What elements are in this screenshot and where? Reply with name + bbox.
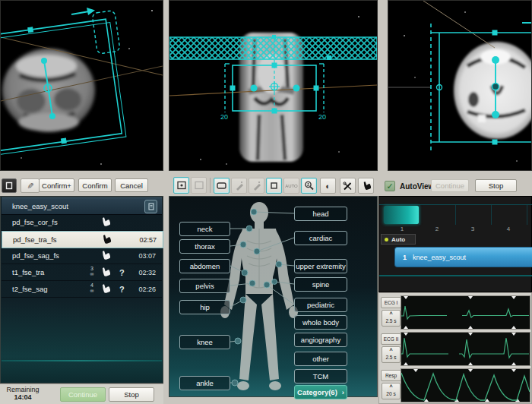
protocol-row[interactable]: pd_fse_sag_fs 03:07 [2, 248, 162, 264]
scan-view-axial-right[interactable] [388, 0, 532, 171]
slot-number: 3 [465, 226, 480, 232]
protocol-row[interactable]: t2_fse_sag 4 ∞ ? 02:26 [2, 281, 162, 298]
category-button[interactable]: Category(6) › [294, 385, 347, 399]
scan-timeline-panel: 1 2 3 4 Auto 1 knee_easy_scout [378, 196, 532, 292]
fov-rect-tool-button[interactable] [214, 178, 230, 194]
timeline-active-block[interactable] [384, 206, 419, 224]
stop-scan-button[interactable]: Stop [109, 387, 154, 402]
human-body-figure [215, 198, 337, 396]
tools-button[interactable] [340, 178, 356, 194]
cancel-button[interactable]: Cancel [115, 178, 148, 192]
fov-size-label-right: 20 [318, 113, 326, 121]
coronal-knee-image-overlay: 20 20 [169, 1, 377, 170]
ecg2-label[interactable]: ECG II [381, 333, 401, 345]
add-slice-group-button[interactable] [231, 178, 247, 194]
body-button-upper-extremity[interactable]: upper extremity [294, 259, 347, 273]
hand-pointer-icon [100, 250, 110, 260]
direction-arrow-icon [71, 8, 95, 15]
body-button-head[interactable]: head [294, 207, 347, 221]
fov-rect-icon [217, 182, 226, 189]
small-square-icon [271, 182, 277, 189]
resp-waveform [401, 368, 530, 402]
autoview-checkbox[interactable]: ✓ [385, 181, 395, 191]
contrast-icon: ◐ [325, 181, 331, 191]
auto-tab[interactable]: Auto [381, 234, 416, 245]
manual-mode-button[interactable] [358, 178, 374, 194]
scan-reference-icon[interactable] [144, 200, 157, 213]
physio-panel: ECG I ^ 2.5 s ECG II ^ 2.5 s [378, 292, 532, 404]
body-button-hip[interactable]: hip [179, 300, 230, 314]
body-button-whole-body[interactable]: whole body [294, 315, 347, 330]
sequence-name: knee_easy_scout [413, 254, 466, 261]
body-button-spine[interactable]: spine [294, 277, 347, 292]
protocol-name: t2_fse_sag [12, 285, 47, 293]
protocol-name: pd_fse_tra_fs [13, 235, 57, 244]
body-button-knee[interactable]: knee [179, 335, 230, 349]
mri-console: 20 20 [0, 0, 532, 404]
scan-time: 02:57 [139, 236, 157, 244]
hand-pointer-icon [100, 216, 110, 227]
body-button-tcm[interactable]: TCM [294, 369, 347, 383]
ecg1-label[interactable]: ECG I [381, 297, 401, 308]
body-button-thorax[interactable]: thorax [179, 239, 230, 254]
ecg1-scale-button[interactable]: ^ 2.5 s [382, 310, 401, 327]
body-region-panel: neck thorax abdomen pelvis hip knee ankl… [169, 196, 378, 397]
axial-knee-image-overlay [1, 1, 163, 170]
image-display-button[interactable] [173, 177, 189, 194]
ecg2-scale-button[interactable]: ^ 2.5 s [382, 346, 401, 363]
body-button-abdomen[interactable]: abdomen [179, 259, 230, 273]
autoview-continue-button[interactable]: Continue [431, 179, 469, 192]
fov-size-label-left: 20 [220, 113, 228, 121]
blank-image-icon [195, 181, 204, 190]
scan-time: 02:26 [138, 286, 156, 293]
ecg2-waveform [401, 332, 530, 366]
add-sat-band-button[interactable] [249, 178, 264, 194]
queued-sequence-bar[interactable]: 1 knee_easy_scout [394, 247, 532, 267]
protocol-row[interactable]: t1_fse_tra 3 ∞ ? 02:32 [2, 264, 162, 281]
ecg1-waveform [401, 295, 530, 330]
resp-label[interactable]: Resp [381, 370, 401, 381]
resp-scale-button[interactable]: ^ 20 s [382, 383, 401, 399]
protocol-name: t1_fse_tra [12, 268, 44, 276]
up-chevron-icon: ^ [382, 347, 400, 354]
patient-zoom-button[interactable] [301, 178, 317, 194]
body-button-pediatric[interactable]: pediatric [294, 298, 347, 312]
edit-pencil-button[interactable]: ✎ [21, 178, 40, 193]
confirm-button[interactable]: Confirm [78, 178, 112, 192]
body-button-other[interactable]: other [294, 352, 347, 366]
pending-question-mark: ? [119, 285, 125, 294]
protocol-row-selected[interactable]: pd_fse_tra_fs 02:57 [2, 231, 163, 248]
scan-view-axial-left[interactable] [0, 0, 163, 171]
square-marker-tool-button[interactable] [266, 178, 282, 194]
scan-time: 03:07 [138, 252, 156, 260]
pencil-plus-icon [235, 181, 244, 191]
body-button-cardiac[interactable]: cardiac [294, 231, 347, 245]
scan-time: 02:32 [138, 269, 156, 276]
auto-text-icon: AUTO [285, 184, 298, 188]
timeline-divider [379, 275, 532, 276]
protocol-name: knee_easy_scout [12, 202, 68, 210]
link-group-icon: 3 ∞ [87, 266, 97, 276]
slot-number: 2 [429, 226, 445, 232]
autoview-stop-button[interactable]: Stop [475, 179, 517, 192]
body-button-angiography[interactable]: angiography [294, 333, 347, 347]
protocol-row[interactable]: pd_fse_cor_fs [2, 214, 162, 231]
confirm-plus-button[interactable]: Confirm+ [39, 178, 74, 192]
up-chevron-icon: ^ [382, 383, 400, 390]
continue-scan-button[interactable]: Continue [60, 387, 106, 402]
active-tool-button[interactable] [2, 178, 17, 193]
protocol-row-active[interactable]: knee_easy_scout [2, 197, 162, 215]
up-chevron-icon: ^ [382, 311, 400, 317]
body-button-ankle[interactable]: ankle [179, 376, 230, 390]
chain-icon: ∞ [90, 288, 94, 293]
window-level-button[interactable]: ◐ [320, 178, 336, 194]
axial-knee-bright-overlay [388, 1, 531, 170]
auto-position-button[interactable]: AUTO [283, 178, 299, 194]
body-button-neck[interactable]: neck [179, 222, 230, 236]
body-button-pelvis[interactable]: pelvis [179, 279, 230, 293]
hand-pointer-icon [101, 234, 111, 245]
scan-view-coronal-middle[interactable]: 20 20 [169, 0, 378, 171]
chain-icon: ∞ [90, 271, 94, 276]
image-icon [177, 181, 186, 190]
image-display-2-button[interactable] [191, 177, 207, 194]
